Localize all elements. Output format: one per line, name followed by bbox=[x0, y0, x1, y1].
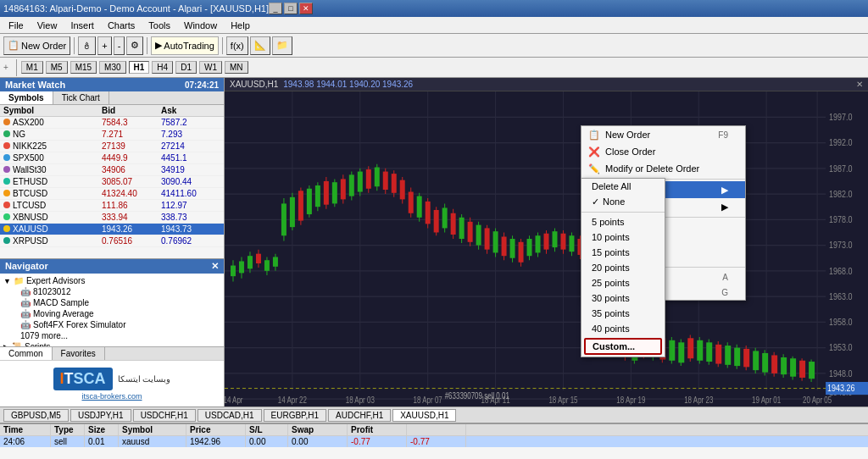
chart-ohlc: 1943.98 1944.01 1940.20 1943.26 bbox=[283, 80, 413, 89]
menu-insert[interactable]: Insert bbox=[64, 19, 101, 32]
nav-ea-more[interactable]: 1079 more... bbox=[19, 330, 222, 341]
properties-btn[interactable]: ⚙ bbox=[126, 36, 143, 55]
svg-rect-59 bbox=[332, 182, 337, 203]
market-row-xbnusd[interactable]: XBNUSD 333.94 338.73 bbox=[0, 212, 224, 224]
sub-delete-all[interactable]: Delete All bbox=[581, 179, 665, 194]
sub-10pt[interactable]: 10 points bbox=[581, 230, 665, 245]
tf-h4[interactable]: H4 bbox=[152, 61, 173, 74]
zoom-in-btn[interactable]: + bbox=[97, 36, 111, 55]
sub-35pt[interactable]: 35 points bbox=[581, 306, 665, 321]
market-row-spx500[interactable]: SPX500 4449.9 4451.1 bbox=[0, 152, 224, 164]
sub-15pt[interactable]: 15 points bbox=[581, 245, 665, 260]
col-price: Price bbox=[186, 424, 246, 435]
tf-h1[interactable]: H1 bbox=[129, 61, 150, 74]
left-panel: Market Watch 07:24:21 Symbols Tick Chart… bbox=[0, 78, 225, 406]
chart-close-icon[interactable]: ✕ bbox=[856, 80, 863, 89]
sub-custom[interactable]: Custom... bbox=[584, 338, 662, 355]
templates-btn[interactable]: 📁 bbox=[272, 36, 292, 55]
chart-tab-eurgbp[interactable]: EURGBP,H1 bbox=[264, 409, 327, 422]
menu-help[interactable]: Help bbox=[224, 19, 257, 32]
nav-ea-more-label: 1079 more... bbox=[20, 331, 68, 340]
svg-rect-77 bbox=[409, 192, 414, 213]
svg-rect-61 bbox=[341, 179, 346, 199]
svg-text:14 Apr: 14 Apr bbox=[225, 395, 243, 405]
tf-w1[interactable]: W1 bbox=[199, 61, 222, 74]
svg-rect-73 bbox=[392, 174, 397, 193]
nav-close-icon[interactable]: ✕ bbox=[211, 261, 219, 272]
toolbar-separator-3 bbox=[222, 37, 223, 54]
chart-header: XAUUSD,H1 1943.98 1944.01 1940.20 1943.2… bbox=[225, 78, 868, 91]
svg-rect-53 bbox=[307, 189, 312, 214]
svg-rect-167 bbox=[809, 362, 815, 379]
menu-tools[interactable]: Tools bbox=[142, 19, 177, 32]
tf-m5[interactable]: M5 bbox=[46, 61, 68, 74]
order-row-1[interactable]: 24:06 sell 0.01 xauusd 1942.96 0.00 0.00… bbox=[0, 436, 868, 447]
nav-ea-macd[interactable]: 🤖 MACD Sample bbox=[19, 297, 222, 308]
autotrading-button[interactable]: ▶ AutoTrading bbox=[151, 36, 219, 55]
sub-20pt[interactable]: 20 points bbox=[581, 260, 665, 275]
close-button[interactable]: ✕ bbox=[299, 3, 313, 14]
zoom-out-btn[interactable]: - bbox=[114, 36, 125, 55]
market-row-btcusd[interactable]: BTCUSD 41324.40 41411.60 bbox=[0, 188, 224, 200]
chart-type-btn[interactable]: 🕯 bbox=[78, 36, 96, 55]
tf-m1[interactable]: M1 bbox=[21, 61, 43, 74]
nav-tab-favorites[interactable]: Favorites bbox=[53, 347, 105, 360]
chart-tab-usdjpy[interactable]: USDJPY,H1 bbox=[70, 409, 131, 422]
logo-url[interactable]: itsca-brokers.com bbox=[81, 392, 142, 401]
orders-area: Time Type Size Symbol Price S/L Swap Pro… bbox=[0, 423, 868, 459]
svg-rect-105 bbox=[527, 239, 532, 256]
chart-tab-usdcad[interactable]: USDCAD,H1 bbox=[198, 409, 262, 422]
chart-area[interactable]: XAUUSD,H1 1943.98 1944.01 1940.20 1943.2… bbox=[225, 78, 868, 406]
market-row-wallst30[interactable]: WallSt30 34906 34919 bbox=[0, 164, 224, 176]
indicators-btn[interactable]: f(x) bbox=[226, 36, 248, 55]
market-row-asx200[interactable]: ASX200 7584.3 7587.2 bbox=[0, 117, 224, 129]
tab-symbols[interactable]: Symbols bbox=[0, 91, 53, 104]
menu-view[interactable]: View bbox=[31, 19, 64, 32]
new-order-button[interactable]: 📋 New Order bbox=[3, 36, 70, 55]
nav-ea-ma[interactable]: 🤖 Moving Average bbox=[19, 308, 222, 319]
svg-rect-79 bbox=[417, 196, 422, 218]
nav-ea-1-label: 81023012 bbox=[33, 287, 71, 296]
tf-d1[interactable]: D1 bbox=[175, 61, 197, 74]
sub-40pt[interactable]: 40 points bbox=[581, 321, 665, 336]
nav-tab-common[interactable]: Common bbox=[0, 347, 53, 360]
minimize-button[interactable]: _ bbox=[269, 3, 282, 14]
objects-btn[interactable]: 📐 bbox=[250, 36, 270, 55]
chart-tab-xauusd[interactable]: XAUUSD,H1 bbox=[392, 409, 456, 422]
ctx-new-order[interactable]: 📋 New Order F9 bbox=[581, 126, 745, 143]
svg-text:18 Apr 19: 18 Apr 19 bbox=[616, 395, 645, 405]
chart-tab-audchf[interactable]: AUDCHF,H1 bbox=[328, 409, 391, 422]
sub-5pt[interactable]: 5 points bbox=[581, 214, 665, 230]
market-row-ltcusd[interactable]: LTCUSD 111.86 112.97 bbox=[0, 200, 224, 212]
ctx-modify-order[interactable]: ✏️ Modify or Delete Order bbox=[581, 160, 745, 177]
svg-text:19 Apr 01: 19 Apr 01 bbox=[752, 395, 781, 405]
nav-ea-soft4fx[interactable]: 🤖 Soft4FX Forex Simulator bbox=[19, 319, 222, 330]
nav-ea-81023012[interactable]: 🤖 81023012 bbox=[19, 286, 222, 297]
market-row-xauusd[interactable]: XAUUSD 1943.26 1943.73 bbox=[0, 224, 224, 235]
market-row-ng[interactable]: NG 7.271 7.293 bbox=[0, 129, 224, 141]
sub-25pt[interactable]: 25 points bbox=[581, 275, 665, 290]
market-row-xrpusd[interactable]: XRPUSD 0.76516 0.76962 bbox=[0, 235, 224, 247]
svg-text:18 Apr 23: 18 Apr 23 bbox=[684, 395, 713, 405]
titlebar-title: 14864163: Alpari-Demo - Demo Account - A… bbox=[3, 3, 269, 14]
chart-tab-usdchf[interactable]: USDCHF,H1 bbox=[133, 409, 196, 422]
maximize-button[interactable]: □ bbox=[284, 3, 298, 14]
tf-mn[interactable]: MN bbox=[225, 61, 248, 74]
menu-file[interactable]: File bbox=[2, 19, 31, 32]
nav-expand-icon: ▼ bbox=[3, 277, 11, 285]
ctx-close-order[interactable]: ❌ Close Order bbox=[581, 143, 745, 160]
market-row-nikk225[interactable]: NIKK225 27139 27214 bbox=[0, 141, 224, 152]
tf-m15[interactable]: M15 bbox=[70, 61, 97, 74]
sub-none[interactable]: ✓None bbox=[581, 194, 665, 210]
tab-tick-chart[interactable]: Tick Chart bbox=[53, 91, 109, 104]
chart-tab-gbpusd[interactable]: GBPUSD,M5 bbox=[3, 409, 69, 422]
market-row-ethusd[interactable]: ETHUSD 3085.07 3090.44 bbox=[0, 176, 224, 188]
col-swap: Swap bbox=[288, 424, 348, 435]
menu-window[interactable]: Window bbox=[177, 19, 224, 32]
nav-expert-advisors[interactable]: ▼ 📁 Expert Advisors bbox=[2, 275, 222, 286]
chart-canvas[interactable]: 1997.0 1992.0 1987.0 1982.0 1978.0 1973.… bbox=[225, 91, 868, 406]
svg-rect-49 bbox=[290, 197, 295, 227]
sub-30pt[interactable]: 30 points bbox=[581, 290, 665, 306]
menu-charts[interactable]: Charts bbox=[101, 19, 142, 32]
tf-m30[interactable]: M30 bbox=[99, 61, 125, 74]
